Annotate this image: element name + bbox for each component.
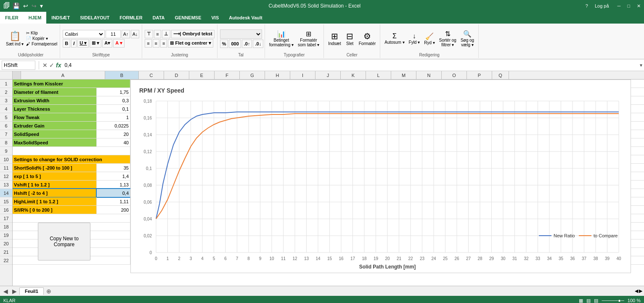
font-color-btn[interactable]: A ▾ <box>113 39 125 48</box>
underline-btn[interactable]: U ▾ <box>77 39 89 48</box>
cell-a16[interactable]: S/I/R% [ 0 to 200 ] <box>13 206 97 214</box>
format-as-table-btn[interactable]: ⊞ Formatér som tabel ▾ <box>296 29 321 48</box>
col-header-n[interactable]: N <box>416 71 442 79</box>
find-select-btn[interactable]: 🔍 Søg og vælg ▾ <box>459 29 476 48</box>
cell-b3[interactable]: 0,3 <box>97 96 130 104</box>
insert-cells-btn[interactable]: ⊞ Indsæt <box>326 30 343 47</box>
col-header-p[interactable]: P <box>467 71 492 79</box>
col-header-f[interactable]: F <box>215 71 240 79</box>
cell-a5[interactable]: Flow Tweak <box>13 113 97 121</box>
sort-filter-btn[interactable]: ⇅ Sortér og filtrer ▾ <box>437 29 458 48</box>
cell-a17[interactable] <box>13 214 130 222</box>
increase-decimal-btn[interactable]: .0↑ <box>242 40 252 48</box>
decrease-decimal-btn[interactable]: .0↓ <box>253 40 263 48</box>
border-btn[interactable]: ⊞ ▾ <box>90 39 101 48</box>
col-header-j[interactable]: J <box>315 71 341 79</box>
cell-b12[interactable]: 1,4 <box>97 172 130 180</box>
fill-color-btn[interactable]: A▾ <box>102 39 112 48</box>
help-btn[interactable]: ? <box>586 3 588 8</box>
tab-sidelayout[interactable]: SIDELAYOUT <box>75 12 114 24</box>
clear-btn[interactable]: 🧹 Ryd ▾ <box>422 32 437 46</box>
copy-btn[interactable]: 📄 Kopiér ▾ <box>26 36 57 41</box>
cell-a1[interactable]: Settings from KissIcer <box>13 80 130 88</box>
cell-b6[interactable]: 0,0225 <box>97 122 130 130</box>
undo-btn[interactable]: ↩ <box>22 3 29 9</box>
italic-btn[interactable]: I <box>71 39 77 48</box>
comma-btn[interactable]: 000 <box>229 40 241 48</box>
percent-btn[interactable]: % <box>220 40 228 48</box>
col-header-o[interactable]: O <box>442 71 467 79</box>
col-header-a[interactable]: A <box>21 71 105 79</box>
cell-a15[interactable]: HighLimit [ 1 to 1.2 ] <box>13 197 97 205</box>
cell-b13[interactable]: 1,13 <box>97 181 130 189</box>
col-header-k[interactable]: K <box>341 71 366 79</box>
format-painter-btn[interactable]: 🖌 Formatpensel <box>26 42 57 46</box>
bold-btn[interactable]: B <box>63 39 70 48</box>
cell-a2[interactable]: Diameter of filament <box>13 88 97 96</box>
scroll-right-btn[interactable]: ▶ <box>639 288 642 294</box>
nav-right-btn[interactable]: ▶ <box>11 288 19 295</box>
font-size-input[interactable] <box>106 30 121 38</box>
font-decrease-btn[interactable]: A↓ <box>131 30 139 38</box>
cell-a4[interactable]: Layer Thickness <box>13 105 97 113</box>
nav-left-btn[interactable]: ◀ <box>2 288 10 295</box>
formula-input[interactable] <box>63 61 638 69</box>
autosum-btn[interactable]: Σ Autosum ▾ <box>383 32 406 45</box>
view-layout-icon[interactable]: ▤ <box>586 298 591 303</box>
col-header-d[interactable]: D <box>164 71 189 79</box>
cell-a8[interactable]: MaxSolidSpeed <box>13 138 97 146</box>
tab-indsaet[interactable]: INDSÆT <box>46 12 75 24</box>
merge-btn[interactable]: ⊞ Flet og centrer ▾ <box>168 39 213 48</box>
login-btn[interactable]: Log på <box>595 3 609 8</box>
cell-a6[interactable]: Extruder Gain <box>13 122 97 130</box>
conditional-format-btn[interactable]: 📊 Betinget formatering ▾ <box>268 29 295 48</box>
confirm-formula-icon[interactable]: ✓ <box>49 62 54 69</box>
col-header-b[interactable]: B <box>105 71 139 79</box>
cell-a7[interactable]: SolidSpeed <box>13 130 97 138</box>
col-header-c[interactable]: C <box>139 71 164 79</box>
align-bot-btn[interactable]: ⊥ <box>162 30 170 38</box>
fill-btn[interactable]: ↓ Fyld ▾ <box>407 32 422 45</box>
tab-gennemse[interactable]: GENNEMSE <box>170 12 207 24</box>
scroll-left-btn[interactable]: ◀ <box>635 288 638 294</box>
wrap-text-btn[interactable]: ⟶| Ombryd tekst <box>171 30 215 38</box>
cell-b11[interactable]: 35 <box>97 164 130 172</box>
cell-a3[interactable]: Extrusion Width <box>13 96 97 104</box>
font-increase-btn[interactable]: A↑ <box>122 30 130 38</box>
cell-b16[interactable]: 200 <box>97 206 130 214</box>
cell-b4[interactable]: 0,1 <box>97 105 130 113</box>
tab-formler[interactable]: FORMLER <box>114 12 147 24</box>
cell-a9[interactable] <box>13 147 130 155</box>
tab-filer[interactable]: FILER <box>0 12 24 24</box>
more-btn[interactable]: ▾ <box>39 3 44 9</box>
align-right-btn[interactable]: ≡ <box>160 39 167 48</box>
cell-a13[interactable]: Vshift [ 1 to 1.2 ] <box>13 181 97 189</box>
cancel-formula-icon[interactable]: ✕ <box>42 62 48 69</box>
align-top-btn[interactable]: ⊤ <box>145 30 153 38</box>
cut-btn[interactable]: ✂ Klip <box>26 31 57 35</box>
format-cells-btn[interactable]: ⚙ Formatér <box>357 30 378 47</box>
expand-formula-icon[interactable]: ▾ <box>640 62 642 68</box>
col-header-l[interactable]: L <box>366 71 391 79</box>
fx-icon[interactable]: fx <box>56 62 61 69</box>
col-header-i[interactable]: I <box>290 71 315 79</box>
align-center-btn[interactable]: ≡ <box>153 39 159 48</box>
maximize-btn[interactable]: □ <box>627 3 630 8</box>
tab-hjem[interactable]: HJEM <box>24 12 47 24</box>
col-header-e[interactable]: E <box>189 71 215 79</box>
font-name-select[interactable]: Calibri <box>63 30 105 38</box>
number-format-select[interactable] <box>220 29 262 39</box>
minimize-btn[interactable]: ─ <box>617 3 621 8</box>
cell-a12[interactable]: exp [ 1 to 5 ] <box>13 172 97 180</box>
cell-a10[interactable]: Settings to change for SOLID correction <box>13 155 130 163</box>
copy-new-to-compare-btn[interactable]: Copy New to Compare <box>38 223 90 260</box>
delete-cells-btn[interactable]: ⊟ Slet <box>344 30 356 47</box>
col-header-m[interactable]: M <box>391 71 416 79</box>
cell-b5[interactable]: 1 <box>97 113 130 121</box>
cell-b2[interactable]: 1,75 <box>97 88 130 96</box>
cell-a14[interactable]: Hshift [ -2 to 4 ] <box>13 189 97 197</box>
sheet-tab-feuil1[interactable]: Feuil1 <box>19 287 44 295</box>
view-page-icon[interactable]: ▤ <box>594 298 598 303</box>
close-btn[interactable]: ✕ <box>637 3 641 9</box>
cell-b8[interactable]: 40 <box>97 138 130 146</box>
